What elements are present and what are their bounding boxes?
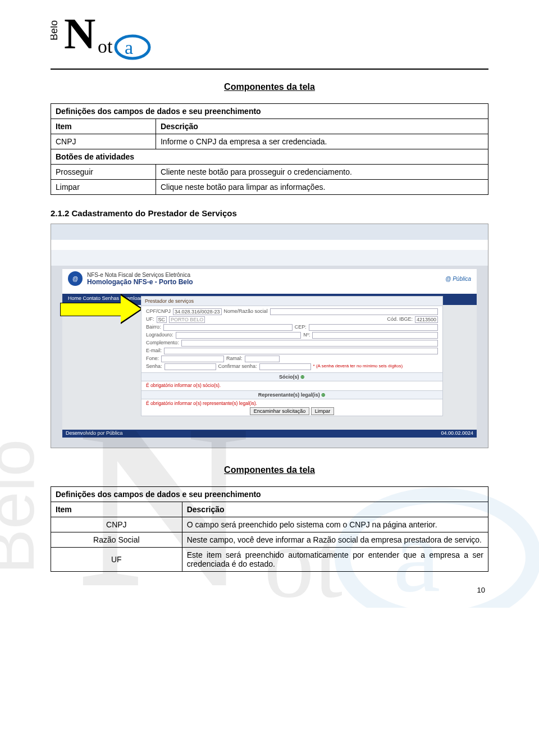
val-uf[interactable]: SC [157,316,167,323]
table2-header-item: Item [51,502,182,517]
table1-r3-item: Limpar [51,180,156,195]
table2-r3-desc: Este item será preenchido automaticament… [182,548,488,572]
err-rep: É obrigatório informar o(s) representant… [146,400,438,406]
components-title-1: Componentes da tela [51,82,488,92]
publica-logo-icon: @ [68,271,83,286]
table1-header-desc: Descrição [156,119,488,134]
lbl-cep: CEP: [295,324,307,331]
val-ibge[interactable]: 4213500 [415,316,438,323]
lbl-num: Nº: [303,332,310,339]
content: Componentes da tela Definições dos campo… [0,82,539,608]
senha-field[interactable] [165,363,216,370]
table2-r1-desc: O campo será preenchido pelo sistema com… [182,517,488,532]
ss-footer: Desenvolvido por Pública 04.00.02.0024 [62,430,477,438]
val-city[interactable]: PORTO BELO [169,316,205,323]
table1-sub1: Definições dos campos de dados e seu pre… [51,104,488,119]
header-divider [51,69,488,70]
table1-sub2: Botões de atividades [51,149,488,165]
table1-r3-desc: Clique neste botão para limpar as inform… [156,180,488,195]
encaminhar-button[interactable]: Encaminhar solicitação [250,407,310,415]
svg-text:Belo: Belo [51,20,60,40]
embedded-screenshot: @ NFS-e Nota Fiscal de Serviços Eletrôni… [51,224,488,448]
header: Belo N ot a [0,0,539,69]
table1-r2-desc: Cliente neste botão para prosseguir o cr… [156,165,488,180]
table2-r2-item: Razão Social [51,532,182,548]
num-field[interactable] [312,332,438,339]
lbl-ibge: Cód. IBGE: [387,316,413,323]
socios-hdr: Sócio(s) [279,374,299,380]
table2-sub1: Definições dos campos de dados e seu pre… [51,487,488,502]
svg-text:N: N [64,13,95,58]
rep-hdr: Representante(s) legal(is) [258,392,320,398]
svg-text:a: a [125,37,133,58]
svg-text:ot: ot [98,36,113,57]
footer-right: 04.00.02.0024 [441,430,473,436]
lbl-confirmar: Confirmar senha: [218,363,257,370]
section-212-heading: 2.1.2 Cadastramento do Prestador de Serv… [51,208,488,218]
bairro-field[interactable] [163,324,293,331]
lbl-bairro: Bairro: [146,324,161,331]
table1-r1-desc: Informe o CNPJ da empresa a ser credenci… [156,134,488,149]
lbl-fone: Fone: [146,356,159,362]
definitions-table-2: Definições dos campos de dados e seu pre… [51,486,488,572]
table1-header-item: Item [51,119,156,134]
belonota-logo: Belo N ot a [51,13,168,62]
err-socios: É obrigatório informar o(s) sócio(s). [146,382,438,388]
confirmar-field[interactable] [259,363,311,370]
senha-hint: * (A senha deverá ter no mínimo seis díg… [313,363,403,370]
form-panel-title: Prestador de serviços [141,297,442,306]
cep-field[interactable] [309,324,438,331]
page: Belo N ot a Componentes da tela Definiçõ… [0,0,539,608]
limpar-button[interactable]: Limpar [311,407,335,415]
fone-field[interactable] [161,356,224,362]
lbl-comp: Complemento: [146,340,179,347]
lbl-cpfcnpj: CPF/CNPJ [146,308,171,315]
page-number: 10 [477,586,485,594]
lbl-email: E-mail: [146,348,162,354]
prestador-form: Prestador de serviços CPF/CNPJ34.028.316… [141,296,443,416]
yellow-arrow-callout [60,294,144,324]
table2-header-desc: Descrição [182,502,488,517]
table2-r1-item: CNPJ [51,517,182,532]
publica-badge: @ Pública [445,276,471,282]
add-icon-2[interactable]: ⊕ [321,392,326,398]
lbl-uf: UF: [146,316,154,323]
comp-field[interactable] [181,340,438,347]
lbl-ramal: Ramal: [226,356,243,362]
lbl-senha: Senha: [146,363,162,370]
components-title-2: Componentes da tela [51,465,488,475]
ramal-field[interactable] [245,356,280,362]
footer-left: Desenvolvido por Pública [66,430,123,436]
add-icon[interactable]: ⊕ [300,374,305,380]
table2-r2-desc: Neste campo, você deve informar a Razão … [182,532,488,548]
definitions-table-1: Definições dos campos de dados e seu pre… [51,103,488,195]
table1-r1-item: CNPJ [51,134,156,149]
table2-r3-item: UF [51,548,182,572]
val-cpfcnpj[interactable]: 34.028.316/0028-23 [173,308,222,315]
lbl-log: Logradouro: [146,332,173,339]
appbar-subtitle: Homologação NFS-e - Porto Belo [87,278,193,286]
log-field[interactable] [176,332,302,339]
lbl-nome: Nome/Razão social [224,308,268,315]
table1-r2-item: Prosseguir [51,165,156,180]
nome-field[interactable] [270,308,438,315]
email-field[interactable] [164,348,438,354]
appbar-title: NFS-e Nota Fiscal de Serviços Eletrônica [87,272,193,278]
